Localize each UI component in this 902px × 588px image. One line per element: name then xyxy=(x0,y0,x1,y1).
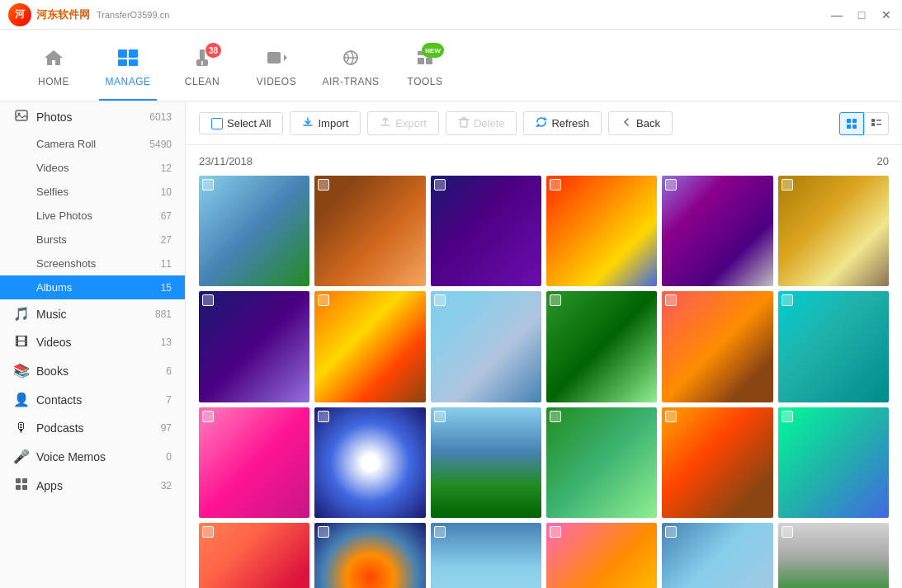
nav-videos[interactable]: VIDEOS xyxy=(239,35,314,101)
contacts-count: 7 xyxy=(166,394,172,406)
screenshots-label: Screenshots xyxy=(36,257,96,270)
maximize-button[interactable]: □ xyxy=(854,7,869,22)
svg-rect-0 xyxy=(118,49,127,58)
contacts-icon: 👤 xyxy=(13,392,30,407)
photo-thumb[interactable] xyxy=(431,523,541,588)
books-count: 6 xyxy=(166,365,172,377)
photo-thumb[interactable] xyxy=(314,291,425,402)
svg-rect-27 xyxy=(871,123,875,126)
svg-rect-2 xyxy=(118,59,127,66)
svg-rect-22 xyxy=(847,119,851,123)
import-label: Import xyxy=(318,117,348,129)
delete-button[interactable]: Delete xyxy=(446,111,517,135)
svg-rect-7 xyxy=(267,52,281,64)
photo-thumb[interactable] xyxy=(778,291,889,402)
photo-thumb[interactable] xyxy=(662,291,772,402)
svg-rect-3 xyxy=(129,59,138,66)
music-count: 881 xyxy=(155,308,172,320)
refresh-button[interactable]: Refresh xyxy=(523,111,602,135)
podcasts-icon: 🎙 xyxy=(13,421,30,435)
sidebar-item-selfies[interactable]: Selfies 10 xyxy=(0,180,185,204)
nav-manage[interactable]: MANAGE xyxy=(91,35,165,101)
app-subtitle: TransferO3599.cn xyxy=(97,10,169,20)
sidebar-item-bursts[interactable]: Bursts 27 xyxy=(0,228,185,252)
content-area: Select All Import Export xyxy=(186,102,902,588)
svg-rect-23 xyxy=(852,119,857,123)
list-view-button[interactable] xyxy=(864,112,889,135)
photo-thumb[interactable] xyxy=(662,523,772,588)
photo-thumb[interactable] xyxy=(314,176,425,286)
tools-icon: NEW xyxy=(414,48,436,73)
grid-view-button[interactable] xyxy=(839,112,864,135)
photo-thumb[interactable] xyxy=(199,407,309,518)
apps-count: 32 xyxy=(161,480,172,492)
photo-thumb[interactable] xyxy=(662,176,772,286)
minimize-button[interactable]: — xyxy=(829,7,844,22)
nav-home-label: HOME xyxy=(38,76,69,87)
photo-thumb[interactable] xyxy=(314,523,425,588)
photo-thumb[interactable] xyxy=(314,407,425,518)
titlebar: 河 河东软件网 TransferO3599.cn — □ ✕ xyxy=(0,0,902,30)
photo-thumb[interactable] xyxy=(199,291,309,402)
tools-badge: NEW xyxy=(422,43,444,58)
export-button[interactable]: Export xyxy=(367,111,439,135)
contacts-label: Contacts xyxy=(36,393,166,407)
date-header: 23/11/2018 20 xyxy=(199,155,889,167)
albums-count: 15 xyxy=(161,282,172,294)
sidebar-item-books[interactable]: 📚 Books 6 xyxy=(0,356,185,385)
manage-icon xyxy=(116,48,139,73)
sidebar-item-albums[interactable]: Albums 15 xyxy=(0,275,185,299)
nav-home[interactable]: HOME xyxy=(17,35,91,101)
photo-thumb[interactable] xyxy=(778,176,889,286)
photo-thumb[interactable] xyxy=(431,407,541,518)
sidebar-item-apps[interactable]: Apps 32 xyxy=(0,471,185,501)
app-logo: 河 河东软件网 TransferO3599.cn xyxy=(8,3,169,26)
photo-thumb[interactable] xyxy=(778,523,889,588)
svg-rect-18 xyxy=(22,478,27,483)
back-button[interactable]: Back xyxy=(608,111,673,135)
apps-label: Apps xyxy=(36,479,161,492)
photo-thumb[interactable] xyxy=(199,176,309,286)
sidebar-item-voice-memos[interactable]: 🎤 Voice Memos 0 xyxy=(0,442,185,471)
select-all-button[interactable]: Select All xyxy=(199,112,283,134)
home-icon xyxy=(43,48,64,73)
sidebar-item-podcasts[interactable]: 🎙 Podcasts 97 xyxy=(0,414,185,442)
export-icon xyxy=(380,116,391,130)
sidebar-item-screenshots[interactable]: Screenshots 11 xyxy=(0,252,185,275)
refresh-icon xyxy=(536,116,547,130)
nav-tools[interactable]: NEW TOOLS xyxy=(388,35,462,101)
refresh-label: Refresh xyxy=(551,117,589,129)
apps-icon xyxy=(13,477,30,494)
photo-thumb[interactable] xyxy=(546,523,657,588)
bursts-count: 27 xyxy=(161,234,172,246)
svg-rect-28 xyxy=(876,120,881,121)
voice-memos-label: Voice Memos xyxy=(36,450,166,463)
selfies-label: Selfies xyxy=(36,186,68,198)
nav-air-trans-label: AIR-TRANS xyxy=(322,76,379,87)
sidebar-item-videos2[interactable]: 🎞 Videos 13 xyxy=(0,328,185,356)
close-button[interactable]: ✕ xyxy=(879,7,894,22)
photo-count: 20 xyxy=(877,155,889,167)
svg-rect-20 xyxy=(22,485,27,490)
photo-thumb[interactable] xyxy=(778,407,889,518)
sidebar-item-live-photos[interactable]: Live Photos 67 xyxy=(0,204,185,228)
photo-thumb[interactable] xyxy=(662,407,772,518)
sidebar-item-videos[interactable]: Videos 12 xyxy=(0,156,185,180)
photo-content: 23/11/2018 20 xyxy=(186,145,902,588)
photo-thumb[interactable] xyxy=(546,176,657,286)
import-button[interactable]: Import xyxy=(290,111,361,135)
photo-thumb[interactable] xyxy=(431,291,541,402)
sidebar-item-photos[interactable]: Photos 6013 xyxy=(0,102,185,132)
sidebar-item-contacts[interactable]: 👤 Contacts 7 xyxy=(0,385,185,414)
svg-rect-15 xyxy=(16,111,27,120)
videos-count: 12 xyxy=(161,162,172,174)
photo-thumb[interactable] xyxy=(199,523,309,588)
photo-thumb[interactable] xyxy=(546,291,657,402)
photo-thumb[interactable] xyxy=(546,407,657,518)
delete-icon xyxy=(458,116,470,130)
photo-thumb[interactable] xyxy=(431,176,541,286)
nav-air-trans[interactable]: AIR-TRANS xyxy=(314,35,388,101)
sidebar-item-music[interactable]: 🎵 Music 881 xyxy=(0,299,185,328)
nav-clean[interactable]: 38 CLEAN xyxy=(165,35,239,101)
sidebar-item-camera-roll[interactable]: Camera Roll 5490 xyxy=(0,132,185,156)
